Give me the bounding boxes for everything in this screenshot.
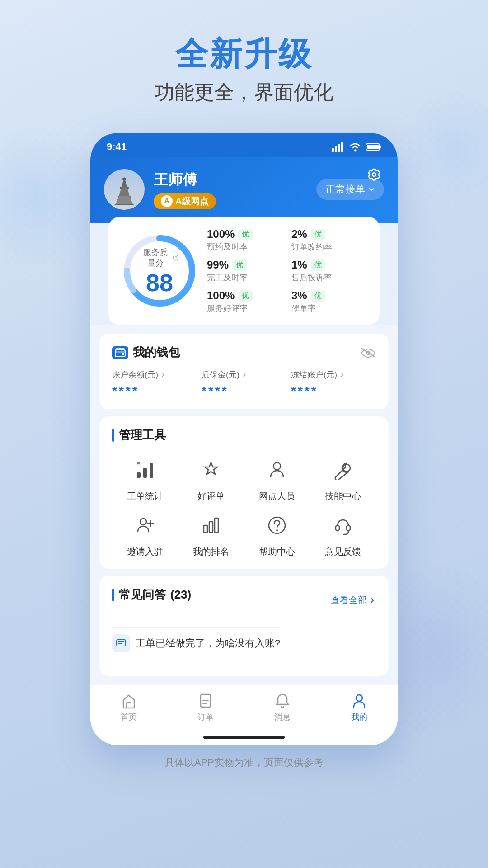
wallet-card-header: 我的钱包 bbox=[112, 344, 376, 360]
metric-item: 100% 优 预约及时率 bbox=[207, 228, 282, 252]
promo-section: 全新升级 功能更全，界面优化 bbox=[0, 0, 488, 124]
disclaimer: 具体以APP实物为准，页面仅供参考 bbox=[0, 745, 488, 788]
wifi-icon bbox=[349, 142, 361, 152]
faq-item-icon bbox=[112, 634, 130, 652]
svg-marker-9 bbox=[122, 176, 127, 187]
faq-card: 常见问答(23) 查看全部 工单已经做完了，为啥没有入账? bbox=[99, 576, 389, 676]
svg-rect-25 bbox=[143, 468, 147, 478]
svg-rect-36 bbox=[336, 525, 339, 531]
svg-point-41 bbox=[356, 695, 362, 701]
nav-item-消息[interactable]: 消息 bbox=[264, 693, 300, 722]
promo-subtitle: 功能更全，界面优化 bbox=[0, 79, 488, 106]
score-circle: 服务质量分 ? 88 bbox=[121, 232, 198, 309]
tool-item-意见反馈[interactable]: 意见反馈 bbox=[310, 509, 376, 558]
profile-row: 王师傅 A A级网点 正常接单 bbox=[104, 169, 384, 210]
svg-rect-7 bbox=[367, 145, 379, 149]
wallet-item[interactable]: 质保金(元) **** bbox=[202, 369, 286, 398]
tool-item-我的排名[interactable]: 我的排名 bbox=[178, 509, 244, 558]
tool-icon bbox=[327, 454, 359, 486]
help-circle-icon: ? bbox=[173, 254, 179, 262]
score-center: 服务质量分 ? 88 bbox=[141, 247, 179, 295]
faq-list-item[interactable]: 工单已经做完了，为啥没有入账? bbox=[112, 627, 280, 659]
svg-point-30 bbox=[140, 519, 146, 525]
chevron-right-icon bbox=[369, 597, 376, 604]
nav-item-首页[interactable]: 首页 bbox=[111, 693, 147, 722]
tool-item-技能中心[interactable]: 技能中心 bbox=[310, 454, 376, 502]
status-text: 正常接单 bbox=[325, 183, 365, 196]
promo-title: 全新升级 bbox=[0, 36, 488, 72]
faq-item[interactable]: 工单已经做完了，为啥没有入账? bbox=[112, 621, 376, 665]
score-number: 88 bbox=[141, 270, 179, 295]
wallet-item[interactable]: 冻结账户(元) **** bbox=[291, 369, 376, 398]
svg-rect-26 bbox=[150, 463, 153, 478]
phone-header: 王师傅 A A级网点 正常接单 bbox=[90, 157, 398, 223]
svg-rect-33 bbox=[215, 518, 218, 533]
status-bar: 9:41 bbox=[90, 133, 398, 157]
phone: 9:41 bbox=[90, 133, 398, 745]
score-label: 服务质量分 ? bbox=[141, 247, 179, 269]
hide-balance-button[interactable] bbox=[361, 347, 376, 358]
nav-label-消息: 消息 bbox=[274, 712, 291, 722]
profile-name: 王师傅 bbox=[154, 170, 307, 190]
svg-point-22 bbox=[122, 353, 124, 355]
tool-icon bbox=[195, 454, 227, 486]
wallet-card: 我的钱包 账户余额(元) bbox=[99, 334, 389, 409]
tool-icon bbox=[129, 454, 161, 486]
metric-item: 2% 优 订单改约率 bbox=[291, 228, 367, 252]
phone-mockup: 9:41 bbox=[0, 133, 488, 745]
tool-item-工单统计[interactable]: 工单统计 bbox=[112, 454, 178, 502]
home-bar-line bbox=[203, 736, 285, 739]
svg-rect-21 bbox=[115, 351, 125, 353]
svg-marker-13 bbox=[115, 196, 133, 205]
svg-rect-39 bbox=[127, 703, 131, 708]
svg-rect-24 bbox=[137, 472, 141, 478]
nav-icon-订单 bbox=[197, 693, 214, 709]
grade-badge: A A级网点 bbox=[154, 193, 216, 209]
tool-item-帮助中心[interactable]: 帮助中心 bbox=[244, 509, 310, 558]
score-metrics: 100% 优 预约及时率 2% 优 订单改约率 99% 优 完工及时率 1% 优… bbox=[207, 228, 367, 314]
signal-icon bbox=[332, 142, 344, 152]
wallet-item[interactable]: 账户余额(元) **** bbox=[112, 369, 197, 398]
faq-item-text: 工单已经做完了，为啥没有入账? bbox=[136, 637, 280, 650]
nav-label-首页: 首页 bbox=[121, 712, 137, 722]
svg-rect-31 bbox=[204, 525, 207, 533]
tool-icon bbox=[195, 509, 227, 541]
tool-icon bbox=[261, 454, 293, 486]
svg-rect-32 bbox=[209, 522, 213, 533]
svg-point-28 bbox=[273, 462, 281, 470]
grade-text: A级网点 bbox=[175, 195, 209, 208]
svg-point-35 bbox=[276, 529, 278, 531]
svg-rect-0 bbox=[332, 148, 334, 152]
wallet-grid: 账户余额(元) **** 质保金(元) **** 冻结账户(元) **** bbox=[112, 369, 376, 398]
chevron-right-small-icon bbox=[160, 372, 166, 378]
bottom-nav: 首页订单消息我的 bbox=[90, 685, 398, 731]
tools-title: 管理工具 bbox=[112, 427, 376, 443]
tools-card: 管理工具 工单统计 好评单 网点人员 技能中心 邀请入驻 我的排名 帮助中心 意… bbox=[99, 416, 389, 569]
nav-item-我的[interactable]: 我的 bbox=[341, 693, 377, 722]
metric-item: 1% 优 售后投诉率 bbox=[291, 259, 367, 283]
profile-info: 王师傅 A A级网点 bbox=[154, 170, 307, 209]
svg-rect-6 bbox=[380, 146, 381, 148]
svg-rect-1 bbox=[335, 146, 337, 152]
tool-icon bbox=[327, 509, 359, 541]
nav-label-我的: 我的 bbox=[351, 712, 367, 722]
tool-item-邀请入驻[interactable]: 邀请入驻 bbox=[112, 509, 178, 558]
svg-rect-3 bbox=[341, 142, 343, 152]
tool-icon bbox=[129, 509, 161, 541]
faq-see-all-button[interactable]: 查看全部 bbox=[331, 594, 376, 606]
nav-label-订单: 订单 bbox=[197, 712, 214, 722]
status-time: 9:41 bbox=[107, 141, 127, 153]
tool-item-好评单[interactable]: 好评单 bbox=[178, 454, 244, 502]
avatar bbox=[104, 169, 145, 210]
tool-item-网点人员[interactable]: 网点人员 bbox=[244, 454, 310, 502]
score-card: 服务质量分 ? 88 100% 优 预约及时率 2% 优 bbox=[108, 217, 380, 325]
tools-grid: 工单统计 好评单 网点人员 技能中心 邀请入驻 我的排名 帮助中心 意见反馈 bbox=[112, 454, 376, 558]
svg-rect-37 bbox=[347, 525, 350, 531]
wallet-title: 我的钱包 bbox=[112, 344, 180, 360]
wallet-icon bbox=[112, 346, 128, 359]
svg-point-4 bbox=[354, 150, 357, 152]
nav-item-订单[interactable]: 订单 bbox=[188, 693, 224, 722]
settings-button[interactable] bbox=[364, 165, 384, 184]
faq-title: 常见问答(23) bbox=[112, 587, 191, 603]
chevron-down-icon bbox=[368, 186, 375, 193]
